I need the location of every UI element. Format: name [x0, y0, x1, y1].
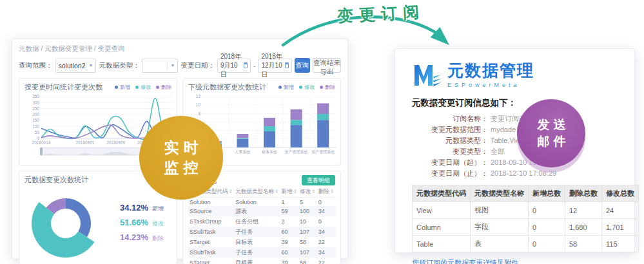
legend-dot-icon: [156, 86, 159, 89]
table-cell: 100: [298, 206, 317, 216]
column-header: 元数据类型名称: [471, 185, 529, 202]
svg-text:150: 150: [32, 118, 39, 122]
view-detail-button[interactable]: 查看明细: [302, 175, 335, 185]
column-header: 修改总数: [602, 185, 639, 202]
legend-item[interactable]: 新增: [115, 84, 130, 91]
legend-label: 新增: [120, 84, 130, 91]
column-header[interactable]: 新增⇕: [280, 187, 298, 198]
table-cell: 34: [317, 247, 336, 258]
column-header: 新增总数: [529, 185, 565, 202]
column-header[interactable]: 删除⇕: [317, 187, 336, 198]
donut-stat-row: 51.66%修改: [120, 218, 164, 228]
send-mail-badge: 发送 邮件: [517, 99, 585, 167]
subscription-field-row: 元数据类型：Table,View,Column: [412, 135, 618, 146]
stat-value: 34.12%: [120, 203, 148, 212]
stat-value: 51.66%: [120, 218, 148, 227]
table-cell: Table: [413, 236, 471, 252]
table-cell: Solution: [188, 198, 234, 207]
table-cell: STarget: [188, 237, 234, 247]
sort-icon: ⇕: [275, 189, 279, 194]
legend-item[interactable]: 新增: [278, 84, 294, 91]
legend-item[interactable]: 删除: [156, 84, 171, 91]
chevron-down-icon: ▼: [167, 61, 175, 70]
column-header: 元数据类型代码: [413, 185, 471, 202]
table-row: STarget目标表395822: [188, 237, 336, 247]
svg-text:资产管理系统: 资产管理系统: [285, 149, 309, 155]
table-cell: 1,680: [565, 219, 602, 236]
svg-text:200: 200: [32, 112, 39, 117]
svg-text:20180929: 20180929: [106, 140, 125, 145]
table-cell: 24: [602, 202, 639, 219]
email-report-panel: 元数据管理 ESPowerMeta 元数据变更订阅信息如下： 订阅名称：变更订阅…: [395, 48, 635, 253]
field-label: 变更元数据范围：: [412, 124, 488, 135]
table-cell: SSource: [188, 206, 234, 216]
type-label: 元数据类型：: [99, 61, 139, 70]
legend-item[interactable]: 删除: [320, 84, 335, 91]
table-cell: 0: [317, 198, 336, 207]
chart-legend: 新增修改删除: [115, 84, 171, 91]
column-header: 删除总数: [565, 185, 602, 202]
table-cell: 1,701: [602, 219, 639, 236]
time-chart-title: 按变更时间统计变更次数: [24, 82, 102, 92]
table-cell: STarget: [188, 258, 234, 264]
calendar-icon: [244, 62, 248, 68]
table-cell: 子任务: [234, 247, 280, 258]
scope-select[interactable]: solution2 ▼: [55, 59, 97, 73]
table-cell: 0: [529, 236, 565, 252]
date-separator: -: [253, 62, 256, 70]
start-date-input[interactable]: 2018年9月10日: [217, 59, 251, 73]
table-cell: 58: [565, 236, 602, 252]
badge-line: 实时: [160, 138, 203, 158]
table-cell: 视图: [471, 202, 529, 219]
stat-label: 删除: [152, 234, 164, 243]
table-cell: 0: [529, 219, 565, 236]
subscription-field-row: 变更日期（止）：2018-12-10 17:08:29: [412, 168, 618, 179]
table-cell: SSubTask: [188, 247, 234, 258]
table-cell: 子任务: [234, 227, 280, 237]
table-cell: 5: [298, 198, 317, 207]
svg-text:350: 350: [32, 94, 39, 99]
field-label: 变更日期（起）：: [412, 157, 488, 168]
table-cell: 58: [298, 237, 317, 247]
table-cell: 39: [280, 258, 298, 264]
svg-text:20180914: 20180914: [32, 140, 51, 145]
type-select[interactable]: ▼: [142, 59, 178, 73]
table-cell: 2: [280, 216, 298, 227]
summary-table-header-row: 元数据类型代码元数据类型名称新增总数删除总数修改总数: [413, 185, 639, 202]
legend-dot-icon: [115, 86, 118, 89]
chart-legend: 新增修改删除: [278, 84, 335, 91]
attachment-link[interactable]: 您所订阅的元数据变更详情见附件: [412, 258, 518, 264]
field-label: 元数据类型：: [412, 135, 488, 146]
svg-text:10: 10: [196, 102, 201, 107]
table-cell: 59: [280, 206, 298, 216]
date-label: 变更日期：: [181, 61, 215, 70]
svg-text:20180921: 20180921: [76, 140, 95, 145]
field-value: 2018-12-10 17:08:29: [491, 168, 556, 179]
table-cell: 1: [280, 198, 298, 207]
legend-item[interactable]: 修改: [135, 84, 151, 91]
chevron-down-icon: ▼: [86, 61, 93, 70]
subscription-field-row: 变更日期（起）：2018-09-10 10:35:45: [412, 157, 618, 168]
subscription-fields: 订阅名称：变更订阅邮件变更元数据范围：mydade1元数据类型：Table,Vi…: [412, 113, 618, 179]
legend-item[interactable]: 修改: [299, 84, 315, 91]
scope-label: 查询范围：: [19, 61, 53, 70]
realtime-monitor-badge: 实时 监控: [139, 116, 223, 200]
report-heading: 元数据变更订阅信息如下：: [412, 97, 618, 109]
column-header[interactable]: 修改⇕: [298, 187, 317, 198]
table-cell: 107: [298, 227, 317, 237]
column-header[interactable]: 元数据类型名称⇕: [234, 187, 280, 198]
table-cell: 10: [298, 216, 317, 227]
table-row: STarget目标表395822: [188, 258, 336, 264]
field-label: 变更类型：: [412, 146, 488, 157]
legend-dot-icon: [278, 86, 282, 89]
donut-title: 元数据变更次数统计: [24, 175, 88, 185]
table-row: SSubTask子任务6010734: [188, 247, 336, 258]
donut-stat-row: 14.23%删除: [120, 232, 164, 243]
legend-label: 修改: [304, 84, 315, 91]
legend-dot-icon: [320, 86, 323, 89]
table-cell: 表: [471, 236, 529, 252]
table-row: SolutionSolution150: [188, 198, 336, 207]
table-cell: View: [413, 202, 471, 219]
subscription-field-row: 变更类型：全部: [412, 146, 618, 157]
svg-text:50: 50: [35, 130, 40, 135]
